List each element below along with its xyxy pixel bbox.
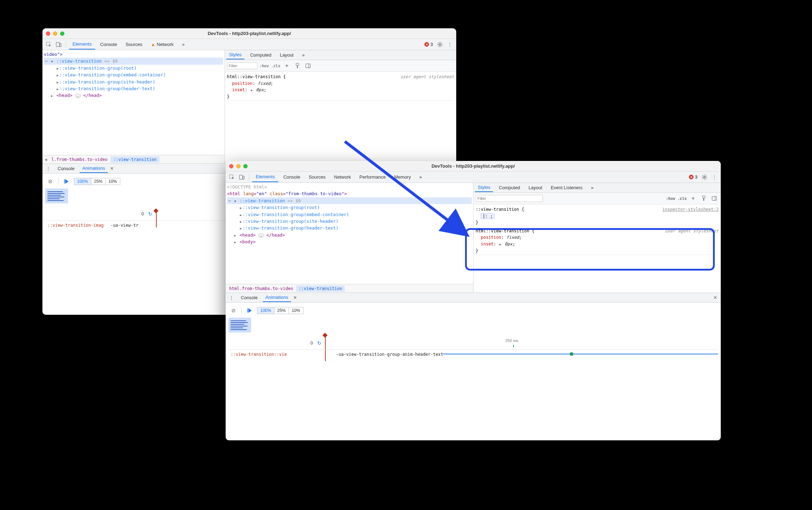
crumb-selected[interactable]: ::view-transition: [110, 156, 160, 163]
vt-group[interactable]: ::view-transition-group(root): [243, 205, 320, 210]
minimize-button[interactable]: [236, 164, 240, 168]
rate-10[interactable]: 10%: [289, 307, 303, 314]
css-property[interactable]: position: [232, 81, 253, 86]
expand-toggle[interactable]: [56, 65, 59, 71]
panel-icon[interactable]: [710, 194, 719, 203]
error-count[interactable]: ✕ 3: [423, 42, 434, 47]
timeline[interactable]: 0 ↻ 250 ms: [228, 337, 718, 349]
drawer-tab-animations[interactable]: Animations: [80, 164, 108, 173]
vt-group[interactable]: ::view-transition-group(site-header): [243, 219, 338, 224]
crumb-left-caret[interactable]: ◀: [43, 157, 48, 162]
expand-toggle[interactable]: [499, 241, 502, 248]
vt-group[interactable]: ::view-transition-group(site-header): [59, 79, 155, 85]
tab-network[interactable]: Network: [331, 172, 355, 182]
filter-input[interactable]: [227, 62, 257, 69]
inspect-icon[interactable]: [228, 173, 236, 181]
animation-row[interactable]: ::view-transition::vie -ua-view-transiti…: [228, 349, 718, 359]
tab-network[interactable]: ▲ Network: [147, 40, 177, 49]
expand-toggle[interactable]: [50, 58, 54, 64]
dom-head-open[interactable]: <head>: [240, 232, 256, 238]
close-button[interactable]: [229, 164, 233, 168]
paint-brush-icon[interactable]: [293, 62, 302, 70]
rule-selector[interactable]: html::view-transition {: [476, 228, 534, 233]
dom-body-open[interactable]: <body>: [240, 239, 256, 244]
expand-toggle[interactable]: [239, 211, 243, 218]
subtab-event-listeners[interactable]: Event Listeners: [548, 184, 585, 192]
crumb-selected[interactable]: ::view-transition: [296, 285, 345, 292]
css-value[interactable]: 0px: [505, 242, 512, 247]
expand-toggle[interactable]: [233, 238, 237, 245]
css-value[interactable]: 0px: [256, 87, 264, 92]
close-icon[interactable]: ✕: [293, 295, 297, 300]
tab-sources[interactable]: Sources: [305, 172, 329, 182]
tab-console[interactable]: Console: [97, 40, 121, 49]
drawer-tab-animations[interactable]: Animations: [263, 293, 291, 302]
clear-icon[interactable]: ⊘: [46, 177, 54, 186]
crumb-html[interactable]: l.from-thumbs.to-video: [48, 156, 110, 163]
rule-selector[interactable]: ::view-transition {: [476, 207, 524, 212]
drawer-tab-console[interactable]: Console: [238, 294, 261, 302]
dom-tree[interactable]: video"> ⋯ ::view-transition == $0 ::view…: [42, 50, 225, 155]
tab-sources[interactable]: Sources: [122, 40, 146, 49]
css-property[interactable]: position: [481, 235, 501, 240]
subtab-computed[interactable]: Computed: [247, 51, 274, 59]
new-rule-icon[interactable]: +: [689, 194, 697, 203]
gear-icon[interactable]: [700, 173, 709, 181]
error-count[interactable]: ✕ 3: [688, 175, 699, 180]
close-button[interactable]: [46, 31, 50, 36]
expand-toggle[interactable]: [50, 92, 54, 99]
ellipsis-icon[interactable]: …: [258, 233, 263, 238]
subtab-computed[interactable]: Computed: [496, 184, 523, 192]
drawer-menu-icon[interactable]: ⋮: [227, 295, 236, 300]
filter-input[interactable]: [476, 195, 543, 202]
hov-toggle[interactable]: :hov: [260, 64, 269, 68]
expand-toggle[interactable]: [56, 79, 59, 85]
cls-toggle[interactable]: .cls: [271, 64, 280, 68]
subtab-styles[interactable]: Styles: [226, 51, 244, 59]
rate-25[interactable]: 25%: [91, 178, 106, 185]
expand-toggle[interactable]: [239, 218, 243, 225]
cls-toggle[interactable]: .cls: [678, 196, 687, 201]
css-property[interactable]: inset: [232, 87, 245, 92]
expand-toggle[interactable]: [239, 204, 243, 211]
vt-group[interactable]: ::view-transition-group(embed-container): [59, 72, 166, 77]
maximize-button[interactable]: [243, 164, 248, 168]
hov-toggle[interactable]: :hov: [666, 196, 675, 201]
rate-10[interactable]: 10%: [106, 178, 120, 185]
css-value[interactable]: fixed: [506, 235, 519, 240]
reload-icon[interactable]: ↻: [317, 340, 321, 346]
device-icon[interactable]: [54, 40, 63, 49]
expand-toggle[interactable]: [56, 71, 59, 78]
crumb-html[interactable]: html.from-thumbs.to-video: [226, 285, 296, 292]
tabs-more[interactable]: »: [179, 40, 188, 49]
reload-icon[interactable]: ↻: [148, 211, 152, 217]
tab-elements[interactable]: Elements: [69, 39, 95, 50]
drawer-close-icon[interactable]: ✕: [713, 295, 719, 300]
tab-performance[interactable]: Performance: [356, 172, 389, 182]
css-value[interactable]: fixed: [258, 81, 271, 86]
subtab-layout[interactable]: Layout: [526, 184, 545, 192]
keyframe-marker[interactable]: [570, 352, 573, 356]
subtab-more[interactable]: »: [299, 51, 307, 59]
clear-icon[interactable]: ⊘: [229, 306, 238, 315]
new-rule-icon[interactable]: +: [283, 62, 291, 70]
ellipsis-icon[interactable]: …: [75, 94, 80, 98]
expand-toggle[interactable]: [233, 232, 237, 238]
expand-toggle[interactable]: [250, 87, 254, 93]
editable-rule-body[interactable]: |: ;: [481, 213, 494, 219]
minimize-button[interactable]: [53, 31, 57, 36]
rate-25[interactable]: 25%: [274, 307, 289, 314]
pseudo-view-transition[interactable]: ::view-transition: [57, 58, 102, 64]
subtab-more[interactable]: »: [588, 184, 596, 192]
expand-toggle[interactable]: [239, 225, 243, 231]
tabs-more[interactable]: »: [416, 172, 425, 182]
paint-brush-icon[interactable]: [700, 194, 708, 203]
playhead-icon[interactable]: [153, 208, 158, 213]
close-icon[interactable]: ✕: [110, 166, 114, 171]
dom-html-open[interactable]: <html lang="en" class="from-thumbs to-vi…: [227, 190, 472, 197]
vt-group[interactable]: ::view-transition-group(header-text): [243, 225, 338, 231]
vt-group[interactable]: ::view-transition-group(header-text): [59, 86, 155, 91]
device-icon[interactable]: [238, 173, 246, 181]
expand-toggle[interactable]: [56, 85, 59, 92]
subtab-styles[interactable]: Styles: [475, 183, 493, 192]
